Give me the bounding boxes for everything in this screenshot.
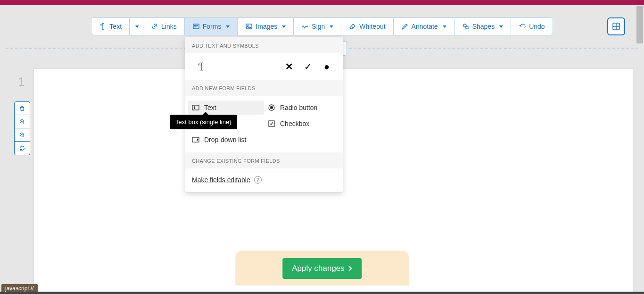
forms-tool-label: Forms xyxy=(203,23,222,30)
scrollbar[interactable] xyxy=(636,6,643,43)
chevron-down-icon xyxy=(499,25,503,28)
text-field-label: Text xyxy=(204,104,216,111)
undo-label: Undo xyxy=(529,23,545,30)
check-symbol[interactable]: ✓ xyxy=(298,60,317,73)
text-field-icon xyxy=(192,104,199,111)
link-icon xyxy=(151,23,158,30)
zoom-out-icon xyxy=(19,132,25,138)
apply-changes-button[interactable]: Apply changes xyxy=(282,258,362,279)
form-icon xyxy=(192,23,200,30)
links-tool-label: Links xyxy=(161,23,177,30)
checkbox-field-label: Checkbox xyxy=(280,120,309,127)
forms-tool-button[interactable]: Forms xyxy=(184,17,238,35)
images-tool-label: Images xyxy=(256,23,277,30)
checkbox-field-option[interactable]: Checkbox xyxy=(264,117,340,131)
checkbox-icon xyxy=(268,120,275,127)
chevron-down-icon xyxy=(330,25,333,28)
zoom-in-icon xyxy=(19,118,25,125)
radio-field-option[interactable]: Radio button xyxy=(264,101,340,115)
cross-symbol[interactable]: ✕ xyxy=(280,60,298,73)
signature-icon xyxy=(301,23,309,30)
radio-icon xyxy=(268,104,275,111)
text-tool-label: Text xyxy=(109,23,122,30)
svg-rect-0 xyxy=(193,24,199,29)
side-toolbar xyxy=(14,101,30,155)
svg-rect-4 xyxy=(466,26,468,29)
radio-field-label: Radio button xyxy=(280,104,317,111)
tooltip: Text box (single line) xyxy=(170,115,237,129)
dropdown-section-change: CHANGE EXISTING FORM FIELDS xyxy=(185,152,343,168)
trash-icon xyxy=(19,105,25,112)
chevron-down-icon xyxy=(282,25,286,28)
help-icon[interactable]: ? xyxy=(254,176,262,184)
annotate-tool-label: Annotate xyxy=(412,23,438,30)
page-number: 1 xyxy=(18,75,25,89)
text-tool-button[interactable]: Text xyxy=(91,17,129,35)
bottom-border xyxy=(0,292,644,294)
text-cursor-icon xyxy=(99,23,107,30)
whiteout-tool-button[interactable]: Whiteout xyxy=(341,17,393,35)
sign-tool-button[interactable]: Sign xyxy=(293,17,341,35)
text-cursor-icon xyxy=(196,61,206,72)
grid-view-button[interactable] xyxy=(607,17,625,35)
grid-icon xyxy=(612,22,620,31)
top-brand-bar xyxy=(0,0,644,5)
chevron-down-icon xyxy=(135,25,139,28)
make-editable-link[interactable]: Make fields editable xyxy=(192,176,250,184)
links-tool-button[interactable]: Links xyxy=(143,17,184,35)
chevron-right-icon xyxy=(347,265,352,272)
zoom-out-tool[interactable] xyxy=(15,128,30,142)
whiteout-tool-label: Whiteout xyxy=(359,23,385,30)
svg-rect-8 xyxy=(192,105,199,110)
eraser-icon xyxy=(349,23,356,30)
main-toolbar: Text Links Forms Images Sign Whiteout xyxy=(91,17,553,35)
refresh-tool[interactable] xyxy=(15,142,30,155)
image-icon xyxy=(245,23,253,30)
dropdown-section-symbols: ADD TEXT AND SYMBOLS xyxy=(185,37,343,53)
apply-label: Apply changes xyxy=(292,264,345,273)
annotate-tool-button[interactable]: Annotate xyxy=(393,17,454,35)
dropdown-field-option[interactable]: Drop-down list xyxy=(188,133,264,147)
chevron-down-icon xyxy=(226,25,230,28)
dropdown-section-fields: ADD NEW FORM FIELDS xyxy=(185,80,343,96)
text-field-option[interactable]: Text xyxy=(188,101,264,115)
chevron-down-icon xyxy=(443,25,446,28)
dropdown-field-label: Drop-down list xyxy=(204,136,246,143)
pencil-icon xyxy=(401,23,409,30)
refresh-icon xyxy=(19,145,25,151)
svg-point-10 xyxy=(271,107,273,109)
text-tool-dropdown[interactable] xyxy=(129,17,143,35)
dot-symbol[interactable]: ● xyxy=(317,60,336,73)
shapes-tool-button[interactable]: Shapes xyxy=(454,17,511,35)
undo-icon xyxy=(519,23,526,30)
undo-button[interactable]: Undo xyxy=(511,17,553,35)
shapes-icon xyxy=(462,23,470,30)
shapes-tool-label: Shapes xyxy=(472,23,495,30)
sign-tool-label: Sign xyxy=(312,23,325,30)
dropdown-list-icon xyxy=(192,136,199,143)
apply-panel: Apply changes xyxy=(235,251,409,286)
images-tool-button[interactable]: Images xyxy=(237,17,293,35)
text-symbol[interactable] xyxy=(192,60,211,73)
zoom-in-tool[interactable] xyxy=(15,115,30,128)
delete-tool[interactable] xyxy=(15,102,30,115)
